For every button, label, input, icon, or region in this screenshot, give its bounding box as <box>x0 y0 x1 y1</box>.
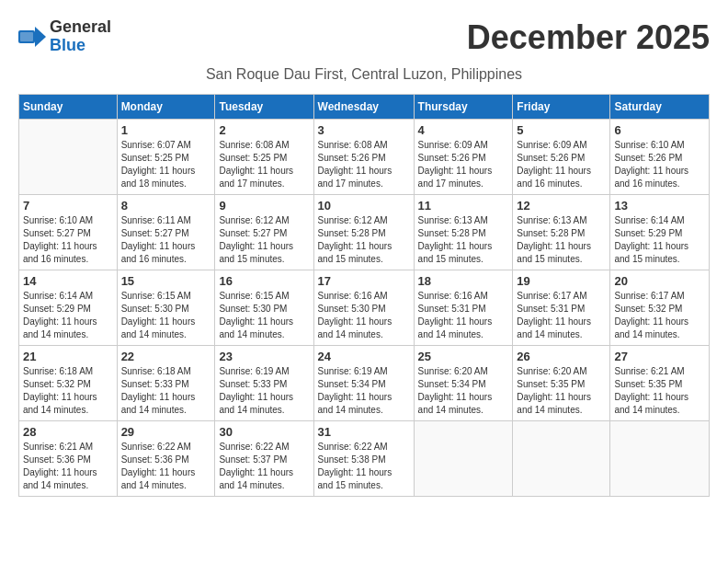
day-number: 23 <box>219 350 309 363</box>
day-info: Sunrise: 6:08 AM Sunset: 5:25 PM Dayligh… <box>219 139 309 190</box>
table-row: 5Sunrise: 6:09 AM Sunset: 5:26 PM Daylig… <box>513 119 610 194</box>
day-info: Sunrise: 6:20 AM Sunset: 5:34 PM Dayligh… <box>418 365 509 417</box>
day-info: Sunrise: 6:10 AM Sunset: 5:26 PM Dayligh… <box>614 139 705 190</box>
day-info: Sunrise: 6:21 AM Sunset: 5:36 PM Dayligh… <box>23 441 113 492</box>
table-row: 20Sunrise: 6:17 AM Sunset: 5:32 PM Dayli… <box>610 270 710 345</box>
table-row: 1Sunrise: 6:07 AM Sunset: 5:25 PM Daylig… <box>117 119 215 194</box>
day-number: 19 <box>517 274 606 288</box>
day-info: Sunrise: 6:19 AM Sunset: 5:34 PM Dayligh… <box>318 365 410 417</box>
table-row: 8Sunrise: 6:11 AM Sunset: 5:27 PM Daylig… <box>117 194 215 270</box>
table-row: 25Sunrise: 6:20 AM Sunset: 5:34 PM Dayli… <box>414 345 513 420</box>
day-info: Sunrise: 6:12 AM Sunset: 5:28 PM Dayligh… <box>318 214 410 266</box>
day-number: 12 <box>517 199 606 213</box>
table-row: 2Sunrise: 6:08 AM Sunset: 5:25 PM Daylig… <box>215 119 313 194</box>
day-number: 30 <box>219 425 309 439</box>
day-number: 11 <box>418 199 509 213</box>
day-number: 9 <box>219 199 309 213</box>
col-friday: Friday <box>513 94 610 119</box>
day-number: 17 <box>318 274 410 288</box>
day-info: Sunrise: 6:14 AM Sunset: 5:29 PM Dayligh… <box>23 290 113 341</box>
day-info: Sunrise: 6:19 AM Sunset: 5:33 PM Dayligh… <box>219 365 309 417</box>
day-number: 2 <box>219 123 309 137</box>
table-row: 30Sunrise: 6:22 AM Sunset: 5:37 PM Dayli… <box>215 420 313 496</box>
svg-rect-2 <box>20 32 33 41</box>
day-number: 3 <box>318 123 410 137</box>
table-row: 14Sunrise: 6:14 AM Sunset: 5:29 PM Dayli… <box>19 270 118 345</box>
calendar-week-row: 21Sunrise: 6:18 AM Sunset: 5:32 PM Dayli… <box>19 345 710 420</box>
table-row: 12Sunrise: 6:13 AM Sunset: 5:28 PM Dayli… <box>513 194 610 270</box>
day-number: 28 <box>23 425 113 439</box>
table-row: 7Sunrise: 6:10 AM Sunset: 5:27 PM Daylig… <box>19 194 118 270</box>
day-number: 25 <box>418 350 509 363</box>
day-number: 24 <box>318 350 410 363</box>
day-info: Sunrise: 6:12 AM Sunset: 5:27 PM Dayligh… <box>219 214 309 266</box>
logo: General Blue <box>18 18 111 55</box>
day-info: Sunrise: 6:09 AM Sunset: 5:26 PM Dayligh… <box>517 139 606 190</box>
day-info: Sunrise: 6:15 AM Sunset: 5:30 PM Dayligh… <box>121 290 211 341</box>
day-number: 5 <box>517 123 606 137</box>
svg-marker-1 <box>35 27 46 47</box>
day-number: 27 <box>614 350 705 363</box>
day-number: 16 <box>219 274 309 288</box>
table-row: 21Sunrise: 6:18 AM Sunset: 5:32 PM Dayli… <box>19 345 118 420</box>
day-info: Sunrise: 6:14 AM Sunset: 5:29 PM Dayligh… <box>614 214 705 266</box>
table-row: 15Sunrise: 6:15 AM Sunset: 5:30 PM Dayli… <box>117 270 215 345</box>
day-number: 29 <box>121 425 211 439</box>
day-number: 26 <box>517 350 606 363</box>
table-row: 11Sunrise: 6:13 AM Sunset: 5:28 PM Dayli… <box>414 194 513 270</box>
col-tuesday: Tuesday <box>215 94 313 119</box>
day-info: Sunrise: 6:17 AM Sunset: 5:31 PM Dayligh… <box>517 290 606 341</box>
table-row: 9Sunrise: 6:12 AM Sunset: 5:27 PM Daylig… <box>215 194 313 270</box>
col-monday: Monday <box>117 94 215 119</box>
day-info: Sunrise: 6:22 AM Sunset: 5:36 PM Dayligh… <box>121 441 211 492</box>
day-info: Sunrise: 6:16 AM Sunset: 5:31 PM Dayligh… <box>418 290 509 341</box>
day-info: Sunrise: 6:20 AM Sunset: 5:35 PM Dayligh… <box>517 365 606 417</box>
table-row: 6Sunrise: 6:10 AM Sunset: 5:26 PM Daylig… <box>610 119 710 194</box>
day-info: Sunrise: 6:18 AM Sunset: 5:33 PM Dayligh… <box>121 365 211 417</box>
day-number: 4 <box>418 123 509 137</box>
day-number: 13 <box>614 199 705 213</box>
calendar-week-row: 14Sunrise: 6:14 AM Sunset: 5:29 PM Dayli… <box>19 270 710 345</box>
day-info: Sunrise: 6:08 AM Sunset: 5:26 PM Dayligh… <box>318 139 410 190</box>
calendar-table: Sunday Monday Tuesday Wednesday Thursday… <box>18 94 710 497</box>
calendar-header-row: Sunday Monday Tuesday Wednesday Thursday… <box>19 94 710 119</box>
day-info: Sunrise: 6:07 AM Sunset: 5:25 PM Dayligh… <box>121 139 211 190</box>
table-row: 19Sunrise: 6:17 AM Sunset: 5:31 PM Dayli… <box>513 270 610 345</box>
day-info: Sunrise: 6:10 AM Sunset: 5:27 PM Dayligh… <box>23 214 113 266</box>
table-row: 18Sunrise: 6:16 AM Sunset: 5:31 PM Dayli… <box>414 270 513 345</box>
day-number: 6 <box>614 123 705 137</box>
day-number: 31 <box>318 425 410 439</box>
calendar-week-row: 7Sunrise: 6:10 AM Sunset: 5:27 PM Daylig… <box>19 194 710 270</box>
table-row <box>414 420 513 496</box>
table-row: 10Sunrise: 6:12 AM Sunset: 5:28 PM Dayli… <box>313 194 414 270</box>
table-row <box>513 420 610 496</box>
day-number: 8 <box>121 199 211 213</box>
table-row: 24Sunrise: 6:19 AM Sunset: 5:34 PM Dayli… <box>313 345 414 420</box>
day-number: 20 <box>614 274 705 288</box>
table-row: 16Sunrise: 6:15 AM Sunset: 5:30 PM Dayli… <box>215 270 313 345</box>
day-number: 14 <box>23 274 113 288</box>
table-row: 22Sunrise: 6:18 AM Sunset: 5:33 PM Dayli… <box>117 345 215 420</box>
day-info: Sunrise: 6:11 AM Sunset: 5:27 PM Dayligh… <box>121 214 211 266</box>
table-row: 27Sunrise: 6:21 AM Sunset: 5:35 PM Dayli… <box>610 345 710 420</box>
table-row: 4Sunrise: 6:09 AM Sunset: 5:26 PM Daylig… <box>414 119 513 194</box>
day-info: Sunrise: 6:13 AM Sunset: 5:28 PM Dayligh… <box>517 214 606 266</box>
table-row: 13Sunrise: 6:14 AM Sunset: 5:29 PM Dayli… <box>610 194 710 270</box>
table-row: 23Sunrise: 6:19 AM Sunset: 5:33 PM Dayli… <box>215 345 313 420</box>
logo-blue: Blue <box>50 36 85 54</box>
col-saturday: Saturday <box>610 94 710 119</box>
location-title: San Roque Dau First, Central Luzon, Phil… <box>18 66 710 83</box>
day-info: Sunrise: 6:21 AM Sunset: 5:35 PM Dayligh… <box>614 365 705 417</box>
table-row: 17Sunrise: 6:16 AM Sunset: 5:30 PM Dayli… <box>313 270 414 345</box>
month-title: December 2025 <box>467 18 710 57</box>
col-thursday: Thursday <box>414 94 513 119</box>
title-section: December 2025 <box>467 18 710 57</box>
table-row <box>610 420 710 496</box>
day-number: 10 <box>318 199 410 213</box>
col-sunday: Sunday <box>19 94 118 119</box>
table-row: 29Sunrise: 6:22 AM Sunset: 5:36 PM Dayli… <box>117 420 215 496</box>
calendar-week-row: 1Sunrise: 6:07 AM Sunset: 5:25 PM Daylig… <box>19 119 710 194</box>
day-number: 7 <box>23 199 113 213</box>
table-row: 26Sunrise: 6:20 AM Sunset: 5:35 PM Dayli… <box>513 345 610 420</box>
table-row: 3Sunrise: 6:08 AM Sunset: 5:26 PM Daylig… <box>313 119 414 194</box>
